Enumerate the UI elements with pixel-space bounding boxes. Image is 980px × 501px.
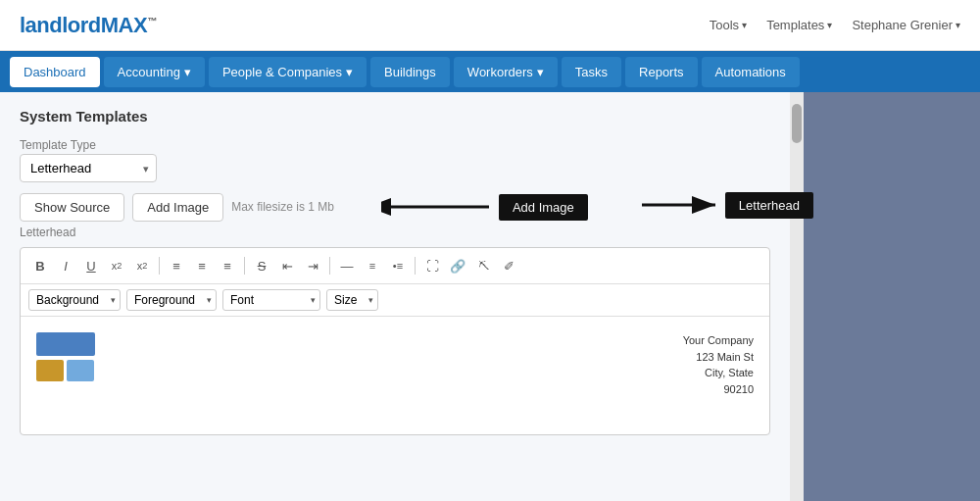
- content-area: System Templates Template Type Letterhea…: [0, 92, 980, 501]
- scrollbar-thumb[interactable]: [792, 104, 802, 143]
- top-nav-templates[interactable]: Templates ▾: [766, 18, 832, 32]
- add-image-annotation-label: Add Image: [499, 194, 588, 221]
- color-blocks: [36, 332, 95, 381]
- size-select-wrapper[interactable]: Size ▾: [326, 289, 378, 311]
- superscript-button[interactable]: x2: [130, 254, 154, 277]
- people-chevron-icon: ▾: [346, 65, 353, 79]
- editor-content[interactable]: Your Company 123 Main St City, State 902…: [21, 317, 769, 434]
- letterhead-section-label: Letterhead: [20, 225, 770, 239]
- tools-chevron-icon: ▾: [742, 20, 747, 30]
- company-city-state: City, State: [683, 365, 754, 381]
- show-source-button[interactable]: Show Source: [20, 193, 124, 222]
- logo-max: MAX: [101, 13, 147, 37]
- nav-accounting[interactable]: Accounting ▾: [104, 57, 205, 87]
- add-image-arrow-icon: [381, 192, 499, 222]
- template-type-select-wrapper[interactable]: Letterhead ▾: [20, 154, 157, 182]
- foreground-select-wrapper[interactable]: Foreground ▾: [126, 289, 217, 311]
- indent-right-button[interactable]: ⇥: [301, 254, 324, 277]
- align-right-button[interactable]: ≡: [216, 254, 239, 277]
- user-chevron-icon: ▾: [956, 20, 960, 30]
- align-center-button[interactable]: ≡: [190, 254, 214, 277]
- nav-people-companies[interactable]: People & Companies ▾: [209, 57, 367, 87]
- company-address: 123 Main St: [683, 349, 754, 366]
- top-nav-user[interactable]: Stephane Grenier ▾: [852, 18, 960, 32]
- letterhead-annotation-label: Letterhead: [725, 192, 813, 219]
- unordered-list-button[interactable]: •≡: [386, 254, 410, 277]
- company-name: Your Company: [683, 332, 754, 349]
- nav-reports[interactable]: Reports: [625, 57, 698, 87]
- company-zip: 90210: [683, 381, 754, 398]
- workorders-chevron-icon: ▾: [537, 65, 544, 79]
- background-select-wrapper[interactable]: Background ▾: [28, 289, 121, 311]
- template-type-label: Template Type: [20, 138, 770, 152]
- toolbar-sep-1: [159, 257, 160, 275]
- nav-tasks[interactable]: Tasks: [562, 57, 621, 87]
- insert-image-button[interactable]: ⛶: [420, 254, 444, 277]
- top-bar: landlordMAX™ Tools ▾ Templates ▾ Stephan…: [0, 0, 980, 51]
- toolbar-sep-2: [244, 257, 245, 275]
- nav-automations[interactable]: Automations: [702, 57, 800, 87]
- color-block-light-blue: [67, 360, 94, 381]
- logo-landlord: landlord: [20, 13, 101, 37]
- unlink-button[interactable]: ⛏: [471, 254, 495, 277]
- right-sidebar: Letterhead: [804, 92, 980, 501]
- template-type-select[interactable]: Letterhead: [20, 154, 157, 182]
- letterhead-left-arrow-icon: [637, 190, 725, 220]
- templates-chevron-icon: ▾: [827, 20, 832, 30]
- font-select-wrapper[interactable]: Font ▾: [222, 289, 320, 311]
- editor-toolbar: B I U x2 x2 ≡ ≡ ≡ S ⇤ ⇥ — ≡ •≡ ⛶ 🔗: [21, 248, 769, 284]
- toolbar-sep-3: [329, 257, 330, 275]
- letterhead-preview: Your Company 123 Main St City, State 902…: [36, 332, 754, 397]
- top-nav-tools[interactable]: Tools ▾: [710, 18, 747, 32]
- filesize-hint: Max filesize is 1 Mb: [231, 200, 334, 214]
- bold-button[interactable]: B: [28, 254, 52, 277]
- color-block-gold: [36, 360, 64, 381]
- color-block-row-2: [36, 360, 95, 381]
- company-info: Your Company 123 Main St City, State 902…: [683, 332, 754, 397]
- toolbar-sep-4: [415, 257, 416, 275]
- eraser-button[interactable]: ✐: [497, 254, 520, 277]
- nav-buildings[interactable]: Buildings: [370, 57, 450, 87]
- letterhead-arrow-wrapper: Letterhead: [637, 190, 813, 220]
- top-nav: Tools ▾ Templates ▾ Stephane Grenier ▾: [710, 18, 960, 32]
- link-button[interactable]: 🔗: [446, 254, 469, 277]
- underline-button[interactable]: U: [79, 254, 103, 277]
- color-block-row-1: [36, 332, 95, 356]
- color-block-blue-wide: [36, 332, 95, 356]
- editor-format-bar: Background ▾ Foreground ▾ Font ▾: [21, 284, 769, 317]
- hr-button[interactable]: —: [335, 254, 359, 277]
- editor-container: B I U x2 x2 ≡ ≡ ≡ S ⇤ ⇥ — ≡ •≡ ⛶ 🔗: [20, 247, 770, 435]
- nav-bar: Dashboard Accounting ▾ People & Companie…: [0, 51, 980, 92]
- accounting-chevron-icon: ▾: [184, 65, 191, 79]
- ordered-list-button[interactable]: ≡: [361, 254, 384, 277]
- nav-dashboard[interactable]: Dashboard: [10, 57, 100, 87]
- size-select[interactable]: Size: [326, 289, 378, 311]
- add-image-button[interactable]: Add Image: [132, 193, 223, 222]
- subscript-button[interactable]: x2: [105, 254, 128, 277]
- align-left-button[interactable]: ≡: [165, 254, 188, 277]
- italic-button[interactable]: I: [54, 254, 77, 277]
- scrollbar-track[interactable]: [790, 92, 804, 501]
- logo: landlordMAX™: [20, 13, 157, 38]
- strikethrough-button[interactable]: S: [250, 254, 273, 277]
- indent-left-button[interactable]: ⇤: [275, 254, 299, 277]
- main-panel: System Templates Template Type Letterhea…: [0, 92, 790, 501]
- background-select[interactable]: Background: [28, 289, 121, 311]
- foreground-select[interactable]: Foreground: [126, 289, 217, 311]
- nav-workorders[interactable]: Workorders ▾: [454, 57, 558, 87]
- logo-tm: ™: [147, 15, 157, 25]
- page-title: System Templates: [20, 108, 770, 125]
- font-select[interactable]: Font: [222, 289, 320, 311]
